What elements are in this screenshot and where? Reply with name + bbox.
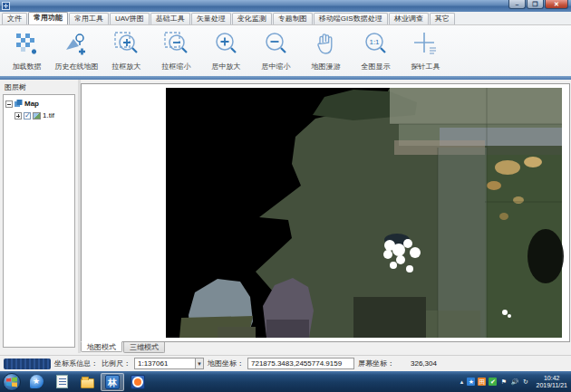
clock-date: 2019/11/21: [536, 382, 567, 389]
taskbar-app-explorer[interactable]: [75, 373, 99, 391]
tab-mobile-gis-data[interactable]: 移动端GIS数据处理: [314, 13, 388, 24]
scale-input[interactable]: 1:137061: [134, 358, 196, 369]
toolbar: 加载数据 历史在线地图 拉框: [0, 25, 571, 76]
probe-tool-icon: [411, 29, 441, 60]
taskbar-clock[interactable]: 10:42 2019/11/21: [532, 375, 567, 389]
tool-label: 地图漫游: [312, 62, 341, 72]
folder-icon: [81, 378, 94, 388]
tray-star-icon[interactable]: ★: [467, 378, 475, 386]
svg-text:1:1: 1:1: [369, 38, 380, 46]
tray-orange-app-icon[interactable]: 田: [478, 378, 486, 386]
status-progress-blob: [4, 359, 51, 369]
minimize-button[interactable]: –: [508, 0, 526, 9]
map-coord-value: 721875.3483,2455774.9159: [247, 358, 354, 369]
document-icon: [56, 375, 68, 388]
tab-change-monitoring[interactable]: 变化监测: [232, 13, 272, 24]
titlebar: – ❐ ✕: [0, 0, 571, 12]
box-zoom-in-button[interactable]: 拉框放大: [102, 27, 151, 75]
close-button[interactable]: ✕: [545, 0, 568, 9]
screen: – ❐ ✕ 文件 常用功能 常用工具 UAV拼图 基础工具 矢量处理 变化监测 …: [0, 0, 571, 392]
taskbar: ★ 林 ▲ ★ 田 ✔ ⚑ 🔊 ↻ 10:42 2019/11/21: [0, 371, 571, 392]
full-extent-button[interactable]: 1:1 全图显示: [351, 27, 401, 75]
scale-label: 比例尺：: [102, 359, 131, 368]
tree-node-label[interactable]: Map: [24, 100, 39, 108]
app-icon: [2, 2, 10, 10]
box-zoom-out-button[interactable]: 拉框缩小: [151, 27, 201, 75]
workspace: 图层树 Map 1.tif: [0, 80, 571, 355]
tool-label: 居中缩小: [262, 62, 291, 72]
tool-label: 拉框缩小: [162, 62, 191, 72]
center-zoom-in-button[interactable]: 居中放大: [201, 27, 251, 75]
taskbar-app-o[interactable]: [126, 373, 150, 391]
scale-dropdown-arrow[interactable]: ▼: [196, 358, 204, 369]
system-tray: ▲ ★ 田 ✔ ⚑ 🔊 ↻ 10:42 2019/11/21: [460, 375, 571, 389]
box-zoom-in-icon: [111, 29, 142, 60]
load-data-icon: [12, 29, 43, 60]
layer-panel: 图层树 Map 1.tif: [0, 80, 78, 353]
center-zoom-out-button[interactable]: 居中缩小: [251, 27, 301, 75]
tool-label: 全图显示: [362, 62, 391, 72]
box-zoom-out-icon: [161, 29, 192, 60]
tree-node-label[interactable]: 1.tif: [43, 111, 54, 120]
start-button[interactable]: [3, 373, 21, 391]
expand-icon[interactable]: [15, 112, 22, 120]
clock-time: 10:42: [536, 375, 567, 382]
tab-common-functions[interactable]: 常用功能: [28, 12, 68, 24]
load-data-button[interactable]: 加载数据: [2, 27, 52, 75]
tab-file[interactable]: 文件: [2, 13, 27, 24]
tool-label: 探针工具: [411, 62, 440, 72]
map-coord-label: 地图坐标：: [208, 359, 244, 368]
map-image[interactable]: [82, 84, 569, 341]
tab-uav-mosaic[interactable]: UAV拼图: [110, 13, 150, 24]
raster-layer-icon: [33, 112, 41, 120]
tray-green-shield-icon[interactable]: ✔: [489, 378, 497, 386]
tool-label: 加载数据: [13, 62, 42, 72]
history-online-map-button[interactable]: 历史在线地图: [52, 27, 102, 75]
map-pan-button[interactable]: 地图漫游: [301, 27, 351, 75]
screen-coord-label: 屏幕坐标：: [358, 359, 394, 368]
map-mode-tab-bar: 地图模式 三维模式: [81, 342, 570, 355]
screen-coord-value: 326,304: [411, 359, 437, 368]
tab-common-tools[interactable]: 常用工具: [69, 13, 109, 24]
taskbar-app-forestry-gis[interactable]: 林: [101, 373, 124, 391]
map-canvas[interactable]: [81, 83, 570, 342]
ribbon-tab-bar: 文件 常用功能 常用工具 UAV拼图 基础工具 矢量处理 变化监测 专题制图 移…: [0, 12, 571, 25]
coord-system-label: 坐标系信息：: [54, 359, 98, 368]
tab-other[interactable]: 其它: [430, 13, 455, 24]
tree-node-layer[interactable]: 1.tif: [15, 110, 73, 120]
tray-action-center-flag-icon[interactable]: ⚑: [499, 378, 508, 386]
maximize-button[interactable]: ❐: [527, 0, 544, 9]
taskbar-app-messenger[interactable]: ★: [24, 373, 48, 391]
star-bubble-icon: ★: [30, 375, 44, 388]
windows-logo-icon: [6, 377, 17, 387]
window-controls: – ❐ ✕: [508, 0, 568, 9]
tray-sync-icon[interactable]: ↻: [521, 378, 529, 386]
tab-forestry-survey[interactable]: 林业调查: [389, 13, 429, 24]
pan-hand-icon: [311, 29, 342, 60]
forestry-app-icon: 林: [105, 375, 120, 389]
tab-map-mode[interactable]: 地图模式: [81, 341, 122, 352]
taskbar-app-notepad[interactable]: [50, 373, 73, 391]
layer-visibility-checkbox[interactable]: [24, 112, 31, 120]
layer-panel-title: 图层树: [0, 80, 78, 94]
o-app-icon: [131, 375, 145, 389]
center-zoom-in-icon: [211, 29, 242, 60]
tab-3d-mode[interactable]: 三维模式: [123, 342, 165, 353]
collapse-icon[interactable]: [5, 100, 13, 108]
tray-volume-icon[interactable]: 🔊: [510, 378, 518, 386]
tab-vector-processing[interactable]: 矢量处理: [191, 13, 231, 24]
tool-label: 历史在线地图: [55, 62, 99, 72]
probe-tool-button[interactable]: 探针工具: [401, 27, 450, 75]
layers-icon: [15, 100, 23, 108]
tree-node-map[interactable]: Map: [5, 99, 73, 109]
tool-label: 居中放大: [212, 62, 241, 72]
tab-thematic-mapping[interactable]: 专题制图: [273, 13, 313, 24]
tab-basic-tools[interactable]: 基础工具: [150, 13, 190, 24]
tray-expand-icon[interactable]: ▲: [460, 379, 465, 385]
full-extent-icon: 1:1: [361, 29, 392, 60]
layer-tree[interactable]: Map 1.tif: [3, 94, 75, 348]
center-zoom-out-icon: [261, 29, 292, 60]
history-map-icon: [62, 29, 92, 60]
tool-label: 拉框放大: [112, 62, 141, 72]
status-bar: 坐标系信息： 比例尺： 1:137061 ▼ 地图坐标： 721875.3483…: [0, 355, 571, 371]
